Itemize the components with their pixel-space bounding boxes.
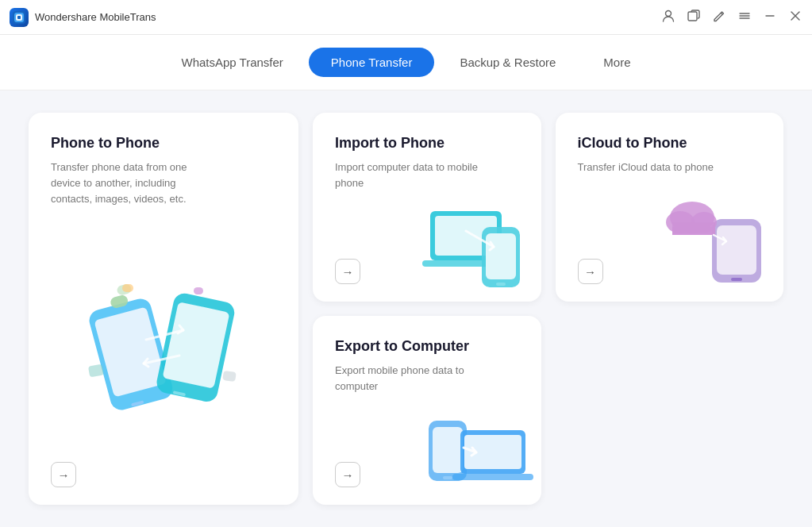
titlebar-left: Wondershare MobileTrans	[10, 8, 156, 27]
import-illustration	[422, 187, 533, 294]
main-content: Phone to Phone Transfer phone data from …	[0, 90, 812, 527]
card-import-arrow[interactable]: →	[335, 259, 360, 284]
tab-more[interactable]: More	[581, 48, 652, 77]
card-phone-to-phone-arrow[interactable]: →	[51, 462, 76, 487]
card-icloud-to-phone[interactable]: iCloud to Phone Transfer iCloud data to …	[556, 113, 784, 302]
app-icon	[10, 8, 29, 27]
card-phone-to-phone-title: Phone to Phone	[51, 135, 276, 152]
card-icloud-desc: Transfer iCloud data to phone	[578, 160, 737, 175]
titlebar-controls	[661, 9, 802, 25]
card-icloud-title: iCloud to Phone	[578, 135, 762, 152]
svg-rect-31	[717, 225, 756, 275]
card-export-to-computer[interactable]: Export to Computer Export mobile phone d…	[313, 316, 541, 505]
main-nav: WhatsApp Transfer Phone Transfer Backup …	[0, 35, 812, 90]
svg-rect-43	[452, 474, 533, 480]
svg-rect-3	[17, 16, 21, 19]
card-import-title: Import to Phone	[335, 135, 519, 152]
svg-rect-23	[222, 371, 237, 382]
svg-point-4	[666, 11, 672, 17]
svg-rect-5	[688, 12, 697, 21]
card-import-to-phone[interactable]: Import to Phone Import computer data to …	[313, 113, 541, 302]
app-title: Wondershare MobileTrans	[35, 11, 156, 23]
card-phone-to-phone-desc: Transfer phone data from one device to a…	[51, 160, 210, 207]
close-button[interactable]	[788, 9, 802, 25]
svg-rect-13	[94, 306, 167, 397]
card-export-arrow[interactable]: →	[335, 462, 360, 487]
tab-backup[interactable]: Backup & Restore	[437, 48, 578, 77]
phone-to-phone-illustration	[76, 254, 251, 429]
export-illustration	[422, 390, 533, 497]
window-button[interactable]	[687, 9, 701, 25]
tab-phone[interactable]: Phone Transfer	[309, 48, 435, 77]
svg-rect-21	[194, 287, 203, 294]
svg-rect-32	[731, 278, 742, 281]
cards-grid: Phone to Phone Transfer phone data from …	[29, 113, 783, 505]
minimize-button[interactable]	[763, 9, 777, 25]
card-phone-to-phone[interactable]: Phone to Phone Transfer phone data from …	[29, 113, 298, 505]
svg-rect-22	[88, 364, 104, 377]
svg-rect-28	[486, 233, 516, 279]
menu-button[interactable]	[737, 9, 752, 25]
titlebar: Wondershare MobileTrans	[0, 0, 812, 35]
edit-button[interactable]	[712, 9, 726, 25]
svg-rect-29	[496, 283, 506, 286]
profile-button[interactable]	[661, 9, 675, 25]
svg-rect-39	[433, 427, 463, 473]
tab-whatsapp[interactable]: WhatsApp Transfer	[159, 48, 305, 77]
icloud-illustration	[664, 187, 775, 294]
svg-rect-40	[443, 476, 452, 479]
card-icloud-arrow[interactable]: →	[578, 259, 603, 284]
svg-rect-20	[122, 284, 133, 292]
svg-rect-37	[672, 227, 715, 235]
card-export-title: Export to Computer	[335, 338, 519, 355]
